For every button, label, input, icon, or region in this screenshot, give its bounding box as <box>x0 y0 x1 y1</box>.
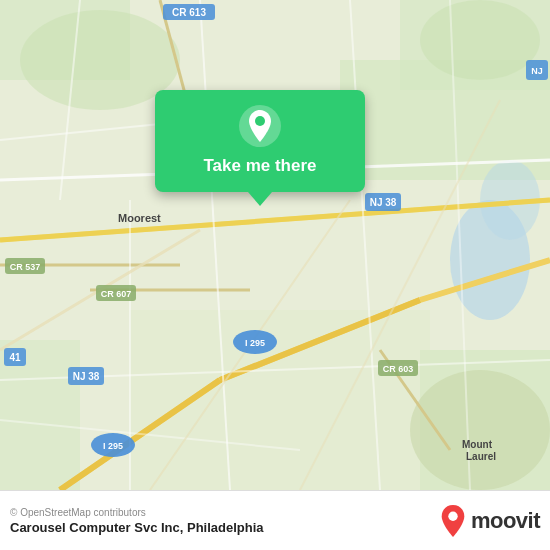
svg-text:CR 607: CR 607 <box>101 289 132 299</box>
svg-text:Moorest: Moorest <box>118 212 161 224</box>
bottom-bar: © OpenStreetMap contributors Carousel Co… <box>0 490 550 550</box>
svg-text:41: 41 <box>9 352 21 363</box>
moovit-logo: moovit <box>439 505 540 537</box>
moovit-pin-icon <box>439 505 467 537</box>
svg-point-61 <box>448 511 457 520</box>
svg-text:Mount: Mount <box>462 439 493 450</box>
map-attribution: © OpenStreetMap contributors <box>10 507 439 518</box>
svg-text:NJ: NJ <box>531 66 543 76</box>
svg-point-10 <box>410 370 550 490</box>
map-background: CR 613 NJ NJ 38 NJ 38 CR 537 CR 607 I 29… <box>0 0 550 490</box>
location-pin-icon <box>238 104 282 148</box>
svg-text:CR 537: CR 537 <box>10 262 41 272</box>
svg-text:I 295: I 295 <box>103 441 123 451</box>
moovit-brand-text: moovit <box>471 508 540 534</box>
take-me-there-button[interactable]: Take me there <box>203 156 316 176</box>
svg-point-6 <box>420 0 540 80</box>
map-container: CR 613 NJ NJ 38 NJ 38 CR 537 CR 607 I 29… <box>0 0 550 490</box>
svg-text:NJ 38: NJ 38 <box>370 197 397 208</box>
location-info: © OpenStreetMap contributors Carousel Co… <box>10 507 439 535</box>
svg-text:CR 603: CR 603 <box>383 364 414 374</box>
popup-card[interactable]: Take me there <box>155 90 365 192</box>
location-title: Carousel Computer Svc Inc, Philadelphia <box>10 520 439 535</box>
svg-point-60 <box>255 116 265 126</box>
svg-text:I 295: I 295 <box>245 338 265 348</box>
svg-text:CR 613: CR 613 <box>172 7 206 18</box>
svg-text:Laurel: Laurel <box>466 451 496 462</box>
svg-text:NJ 38: NJ 38 <box>73 371 100 382</box>
